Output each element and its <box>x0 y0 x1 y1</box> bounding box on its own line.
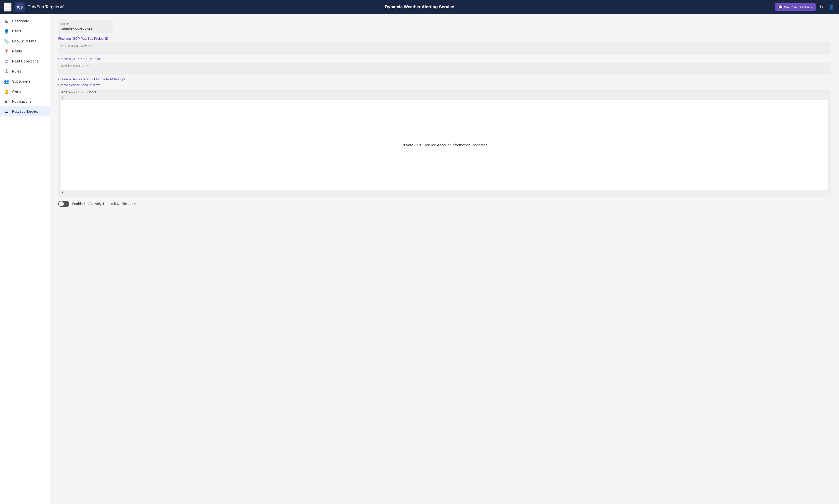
json-open-brace: { <box>61 95 828 100</box>
svg-text:WS: WS <box>17 5 23 9</box>
service-account-link2[interactable]: Create Service Account Keys <box>58 83 831 87</box>
toggle-switch[interactable] <box>58 201 69 207</box>
name-field: Name <box>58 20 113 33</box>
name-input[interactable] <box>61 26 110 30</box>
feedback-button[interactable]: 💬 We Love Feedback <box>775 3 816 11</box>
topnav-actions: 💬 We Love Feedback ↻ 👤 <box>775 3 835 11</box>
sidebar: ⊞ Dashboard 👤 Users 📎 GeoJSON Files 📍 Po… <box>0 14 50 504</box>
toggle-knob <box>59 201 64 206</box>
page-title: Pub/Sub Targets #1 <box>28 4 65 10</box>
gcp-topic-input[interactable] <box>61 69 828 73</box>
rules-icon: Σ <box>4 69 9 74</box>
gcp-topic-link[interactable]: Create a GCP Pub/Sub Topic <box>58 57 831 61</box>
users-icon: 👤 <box>4 29 9 34</box>
sidebar-item-points[interactable]: 📍 Points <box>0 46 50 56</box>
sidebar-item-notifications[interactable]: ▶ Notifications <box>0 96 50 106</box>
gcp-project-link[interactable]: Find your GCP Pub/Sub Project ID <box>58 37 831 40</box>
sidebar-item-point-collections[interactable]: 🗂 Point Collections <box>0 56 50 66</box>
json-field: GCP Service Account JSON * { Private GCP… <box>58 89 831 197</box>
subscribers-icon: 👥 <box>4 79 9 84</box>
user-avatar-button[interactable]: 👤 <box>827 3 835 11</box>
app-title: Dynamic Weather Alerting Service <box>385 4 454 10</box>
sidebar-item-dashboard[interactable]: ⊞ Dashboard <box>0 16 50 26</box>
pubsub-icon: ☁ <box>4 109 9 114</box>
sidebar-item-rules[interactable]: Σ Rules <box>0 66 50 76</box>
name-label: Name <box>61 22 110 25</box>
toggle-label: Enabled to Actively Transmit Notificatio… <box>72 202 136 206</box>
dashboard-icon: ⊞ <box>4 19 9 23</box>
points-icon: 📍 <box>4 49 9 54</box>
json-close-brace: } <box>61 190 828 195</box>
notifications-icon: ▶ <box>4 99 9 104</box>
geojson-icon: 📎 <box>4 39 9 44</box>
point-collections-icon: 🗂 <box>4 59 9 64</box>
hamburger-menu-button[interactable]: ☰ <box>4 2 12 12</box>
sidebar-item-alerts[interactable]: 🔔 Alerts <box>0 86 50 96</box>
alerts-icon: 🔔 <box>4 89 9 94</box>
refresh-button[interactable]: ↻ <box>819 3 824 11</box>
gcp-project-input[interactable] <box>61 49 828 53</box>
main-content: Name Find your GCP Pub/Sub Project ID GC… <box>50 14 839 504</box>
sidebar-item-pubsub[interactable]: ☁ Pub/Sub Targets <box>0 106 50 116</box>
json-textarea-wrap: Private GCP Service Account Information … <box>61 100 828 190</box>
name-field-wrapper: Name <box>58 20 113 33</box>
gcp-project-label: GCP PubSub Project ID * <box>61 44 828 48</box>
sidebar-item-users[interactable]: 👤 Users <box>0 26 50 36</box>
sidebar-item-subscribers[interactable]: 👥 Subscribers <box>0 76 50 86</box>
gcp-topic-label: GCP PubSub Topic ID * <box>61 65 828 68</box>
feedback-icon: 💬 <box>778 5 783 9</box>
service-account-link1[interactable]: Create a Service Account for the Pub/Sub… <box>58 77 831 81</box>
toggle-row: Enabled to Actively Transmit Notificatio… <box>58 201 831 207</box>
app-logo: WS <box>15 2 24 12</box>
json-label: GCP Service Account JSON * <box>61 91 828 94</box>
gcp-topic-field: GCP PubSub Topic ID * <box>58 63 831 75</box>
top-navigation: ☰ WS Pub/Sub Targets #1 Dynamic Weather … <box>0 0 839 14</box>
gcp-project-field: GCP PubSub Project ID * <box>58 42 831 55</box>
sidebar-item-geojson[interactable]: 📎 GeoJSON Files <box>0 36 50 46</box>
